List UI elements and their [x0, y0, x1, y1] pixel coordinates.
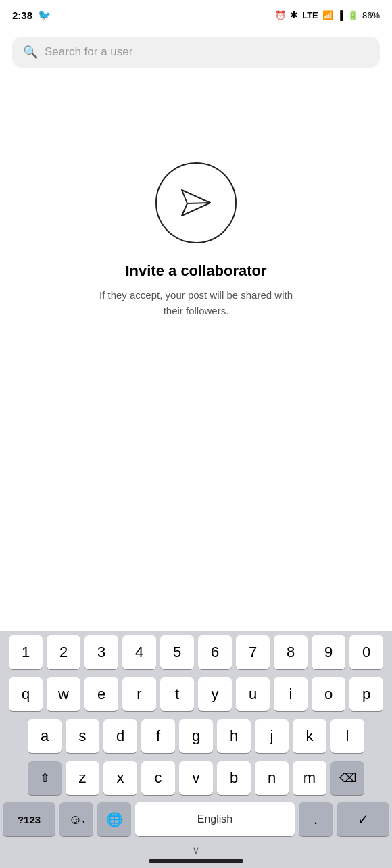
- key-1[interactable]: 1: [9, 635, 43, 669]
- key-n[interactable]: n: [255, 761, 289, 795]
- key-t[interactable]: t: [160, 677, 194, 711]
- keyboard-row-qwerty: q w e r t y u i o p: [0, 673, 392, 715]
- spacebar[interactable]: English: [135, 802, 295, 836]
- delete-key[interactable]: ⌫: [330, 761, 364, 795]
- search-icon: 🔍: [23, 45, 38, 59]
- keyboard-row-zxcv: ⇧ z x c v b n m ⌫: [0, 757, 392, 799]
- key-2[interactable]: 2: [47, 635, 80, 669]
- home-bar-area: ∨: [0, 840, 392, 868]
- key-5[interactable]: 5: [160, 635, 194, 669]
- key-u[interactable]: u: [236, 677, 270, 711]
- key-k[interactable]: k: [293, 719, 326, 753]
- send-icon: [178, 185, 214, 221]
- key-r[interactable]: r: [122, 677, 156, 711]
- num123-key[interactable]: ?123: [3, 802, 55, 836]
- signal-icon: LTE: [302, 10, 318, 20]
- key-m[interactable]: m: [293, 761, 326, 795]
- key-7[interactable]: 7: [236, 635, 270, 669]
- keyboard-row-asdf: a s d f g h j k l: [0, 715, 392, 757]
- status-left: 2:38 🐦: [12, 9, 51, 22]
- key-g[interactable]: g: [179, 719, 213, 753]
- key-p[interactable]: p: [349, 677, 383, 711]
- bluetooth-icon: ✱: [290, 9, 298, 20]
- key-3[interactable]: 3: [84, 635, 118, 669]
- key-j[interactable]: j: [255, 719, 289, 753]
- search-input[interactable]: [45, 45, 369, 59]
- alarm-icon: ⏰: [275, 10, 286, 20]
- key-y[interactable]: y: [198, 677, 232, 711]
- invite-icon-circle: [155, 162, 237, 243]
- invite-title: Invite a collaborator: [125, 262, 266, 280]
- key-l[interactable]: l: [330, 719, 364, 753]
- globe-key[interactable]: 🌐: [97, 802, 131, 836]
- key-a[interactable]: a: [28, 719, 62, 753]
- svg-line-1: [187, 203, 210, 203]
- key-q[interactable]: q: [9, 677, 43, 711]
- key-8[interactable]: 8: [274, 635, 308, 669]
- battery-percent: 86%: [362, 10, 380, 20]
- key-o[interactable]: o: [312, 677, 345, 711]
- status-right: ⏰ ✱ LTE 📶 ▐ 🔋 86%: [275, 9, 380, 20]
- invite-description: If they accept, your post will be shared…: [95, 288, 297, 318]
- key-s[interactable]: s: [66, 719, 99, 753]
- emoji-key[interactable]: ☺,: [59, 802, 93, 836]
- keyboard: 1 2 3 4 5 6 7 8 9 0 q w e r t y u i o p …: [0, 631, 392, 868]
- wifi-icon: 📶: [322, 10, 333, 20]
- chevron-down-icon: ∨: [192, 844, 200, 857]
- keyboard-row-bottom: ?123 ☺, 🌐 English . ✓: [0, 799, 392, 840]
- shift-key[interactable]: ⇧: [28, 761, 62, 795]
- twitter-icon: 🐦: [38, 9, 51, 22]
- key-4[interactable]: 4: [122, 635, 156, 669]
- key-x[interactable]: x: [103, 761, 137, 795]
- key-d[interactable]: d: [103, 719, 137, 753]
- key-b[interactable]: b: [217, 761, 251, 795]
- key-6[interactable]: 6: [198, 635, 232, 669]
- status-bar: 2:38 🐦 ⏰ ✱ LTE 📶 ▐ 🔋 86%: [0, 0, 392, 30]
- key-9[interactable]: 9: [312, 635, 345, 669]
- key-h[interactable]: h: [217, 719, 251, 753]
- battery-icon: 🔋: [347, 10, 358, 20]
- search-bar[interactable]: 🔍: [12, 37, 380, 68]
- key-i[interactable]: i: [274, 677, 308, 711]
- return-key[interactable]: ✓: [337, 802, 389, 836]
- key-v[interactable]: v: [179, 761, 213, 795]
- bars-icon: ▐: [337, 10, 343, 20]
- key-w[interactable]: w: [47, 677, 80, 711]
- time-display: 2:38: [12, 9, 32, 21]
- period-key[interactable]: .: [299, 802, 333, 836]
- key-f[interactable]: f: [141, 719, 175, 753]
- key-c[interactable]: c: [141, 761, 175, 795]
- home-indicator: [149, 859, 243, 863]
- center-content: Invite a collaborator If they accept, yo…: [0, 68, 392, 318]
- key-z[interactable]: z: [66, 761, 99, 795]
- keyboard-row-numbers: 1 2 3 4 5 6 7 8 9 0: [0, 631, 392, 673]
- key-0[interactable]: 0: [349, 635, 383, 669]
- key-e[interactable]: e: [84, 677, 118, 711]
